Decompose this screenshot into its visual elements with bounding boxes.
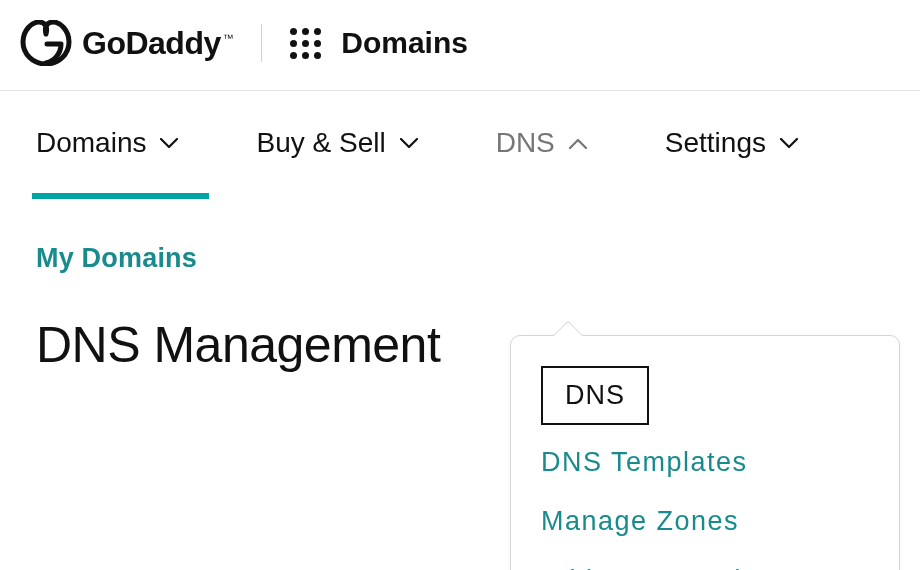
dropdown-panel: DNS DNS Templates Manage Zones Add DNS H… <box>510 335 900 570</box>
apps-group: Domains <box>290 26 468 60</box>
tab-buy-sell[interactable]: Buy & Sell <box>256 127 417 199</box>
header-divider <box>261 24 262 62</box>
tab-label: DNS <box>496 127 555 159</box>
dns-dropdown: DNS DNS Templates Manage Zones Add DNS H… <box>510 335 900 570</box>
dropdown-item-manage-zones[interactable]: Manage Zones <box>541 492 869 551</box>
brand-name: GoDaddy™ <box>82 25 233 62</box>
brand-logo[interactable]: GoDaddy™ <box>20 20 233 66</box>
dropdown-item-add-dns-hosting[interactable]: Add DNS Hosting <box>541 551 869 570</box>
chevron-down-icon <box>780 138 798 149</box>
tab-label: Buy & Sell <box>256 127 385 159</box>
section-label[interactable]: Domains <box>341 26 468 60</box>
tab-label: Settings <box>665 127 766 159</box>
chevron-down-icon <box>160 138 178 149</box>
chevron-up-icon <box>569 138 587 149</box>
dropdown-item-dns[interactable]: DNS <box>541 366 649 425</box>
content-area: My Domains DNS Management DNS DNS Templa… <box>0 243 920 374</box>
godaddy-logo-icon <box>20 20 72 66</box>
tab-settings[interactable]: Settings <box>665 127 798 199</box>
dropdown-item-dns-templates[interactable]: DNS Templates <box>541 433 869 492</box>
chevron-down-icon <box>400 138 418 149</box>
tab-dns[interactable]: DNS <box>496 127 587 199</box>
top-header: GoDaddy™ Domains <box>0 0 920 91</box>
apps-grid-icon[interactable] <box>290 28 321 59</box>
tab-label: Domains <box>36 127 146 159</box>
tab-navigation: Domains Buy & Sell DNS Settings <box>0 91 920 199</box>
breadcrumb[interactable]: My Domains <box>36 243 884 274</box>
tab-domains[interactable]: Domains <box>36 127 178 199</box>
